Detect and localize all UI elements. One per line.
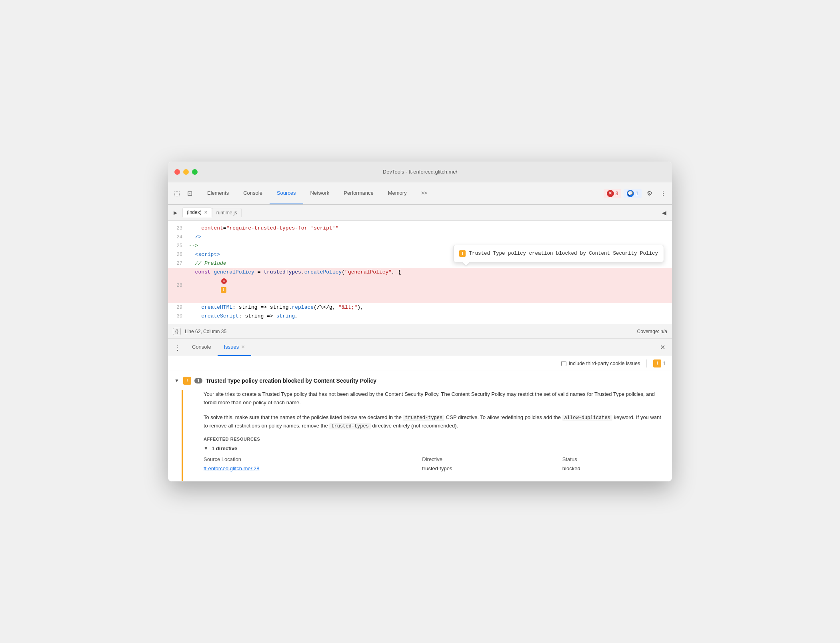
source-tab-index[interactable]: (index) ✕ [182, 208, 212, 218]
close-issues-tab[interactable]: ✕ [241, 344, 245, 349]
settings-button[interactable]: ⚙ [644, 188, 655, 199]
affected-resources-label: AFFECTED RESOURCES [204, 437, 666, 441]
main-tabbar: ⬚ ⊡ Elements Console Sources Network Per… [168, 182, 672, 205]
devtools-window: DevTools - tt-enforced.glitch.me/ ⬚ ⊡ El… [168, 162, 672, 481]
info-icon: 💬 [627, 190, 634, 197]
issue-title: Trusted Type policy creation blocked by … [206, 377, 376, 384]
error-count-button[interactable]: ✕ 3 [604, 189, 622, 198]
resource-table-row: tt-enforced.glitch.me/:28 trusted-types … [204, 464, 666, 473]
directive-title: 1 directive [212, 445, 237, 451]
issue-tooltip: ! Trusted Type policy creation blocked b… [453, 245, 664, 262]
tab-sources[interactable]: Sources [270, 182, 303, 204]
directive-cell: trusted-types [422, 464, 562, 473]
resource-table-head: Source Location Directive Status [204, 455, 666, 464]
bottom-tab-console[interactable]: Console [186, 339, 218, 356]
bottom-tab-issues[interactable]: Issues ✕ [218, 339, 252, 356]
warn-indicator: ! [221, 287, 226, 293]
source-tab-runtime[interactable]: runtime.js [212, 208, 242, 217]
issue-chevron: ▼ [174, 378, 180, 383]
directive-header[interactable]: ▼ 1 directive [204, 445, 666, 451]
bottom-tabbar: ⋮ Console Issues ✕ ✕ [168, 339, 672, 356]
issue-body: Your site tries to create a Trusted Type… [182, 390, 672, 481]
collapse-source-button[interactable]: ◀ [659, 208, 669, 218]
tooltip-warn-icon: ! [459, 250, 466, 257]
resource-table: Source Location Directive Status tt-enfo… [204, 455, 666, 473]
more-options-button[interactable]: ⋮ [658, 188, 669, 199]
source-panel: ▶ (index) ✕ runtime.js ◀ 23 content="req… [168, 205, 672, 339]
device-toggle-button[interactable]: ⊡ [184, 188, 195, 199]
affected-resources: AFFECTED RESOURCES ▼ 1 directive Source … [204, 437, 666, 473]
issues-warn-count: ! 1 [653, 359, 666, 367]
bottom-panel: ⋮ Console Issues ✕ ✕ Include third-party… [168, 339, 672, 481]
issue-item-trusted-type: ▼ ! 1 Trusted Type policy creation block… [168, 371, 672, 481]
issues-list: ▼ ! 1 Trusted Type policy creation block… [168, 371, 672, 481]
cursor-position: Line 62, Column 35 [185, 329, 226, 334]
issues-warn-icon: ! [653, 359, 661, 367]
tab-elements[interactable]: Elements [200, 182, 236, 204]
main-tabs: Elements Console Sources Network Perform… [200, 182, 604, 204]
source-location-link[interactable]: tt-enforced.glitch.me/:28 [204, 465, 259, 471]
tab-memory[interactable]: Memory [381, 182, 414, 204]
code-line-28: 28 const generalPolicy = trustedTypes.cr… [168, 268, 672, 303]
status-cell: blocked [562, 464, 666, 473]
pretty-print-button[interactable]: {} [173, 328, 181, 335]
code-line-29: 29 createHTML: string => string.replace(… [168, 303, 672, 312]
tab-performance[interactable]: Performance [336, 182, 380, 204]
info-count-button[interactable]: 💬 1 [624, 189, 642, 198]
issues-toolbar: Include third-party cookie issues ! 1 [168, 356, 672, 371]
toolbar-divider [646, 359, 647, 367]
issue-header[interactable]: ▼ ! 1 Trusted Type policy creation block… [168, 371, 672, 390]
source-file-tabs: ▶ (index) ✕ runtime.js ◀ [168, 205, 672, 221]
code-line-24: 24 /> [168, 233, 672, 242]
bottom-more-button[interactable]: ⋮ [173, 343, 182, 352]
titlebar: DevTools - tt-enforced.glitch.me/ [168, 162, 672, 182]
issue-description-1: Your site tries to create a Trusted Type… [204, 390, 666, 407]
tab-console[interactable]: Console [236, 182, 270, 204]
col-header-directive: Directive [422, 455, 562, 464]
maximize-button[interactable] [192, 169, 198, 175]
tooltip-content: ! Trusted Type policy creation blocked b… [453, 245, 664, 262]
third-party-checkbox-label[interactable]: Include third-party cookie issues [561, 361, 640, 366]
source-location-cell: tt-enforced.glitch.me/:28 [204, 464, 422, 473]
issue-description-2: To solve this, make sure that the names … [204, 413, 666, 430]
close-bottom-panel-button[interactable]: ✕ [658, 343, 667, 352]
resource-table-header-row: Source Location Directive Status [204, 455, 666, 464]
col-header-source: Source Location [204, 455, 422, 464]
directive-chevron: ▼ [204, 445, 209, 451]
window-title: DevTools - tt-enforced.glitch.me/ [383, 169, 457, 175]
code-editor[interactable]: 23 content="require-trusted-types-for 's… [168, 221, 672, 324]
window-controls [174, 169, 198, 175]
coverage-status: Coverage: n/a [637, 329, 667, 334]
file-tree-toggle[interactable]: ▶ [171, 209, 179, 217]
issue-count-badge: 1 [194, 378, 202, 383]
tabbar-tools: ⬚ ⊡ [171, 182, 195, 204]
tabbar-actions: ✕ 3 💬 1 ⚙ ⋮ [604, 182, 669, 204]
close-index-tab[interactable]: ✕ [204, 210, 208, 215]
issue-warn-icon: ! [183, 377, 191, 385]
resource-table-body: tt-enforced.glitch.me/:28 trusted-types … [204, 464, 666, 473]
code-line-30: 30 createScript: string => string, [168, 312, 672, 321]
minimize-button[interactable] [183, 169, 189, 175]
source-statusbar: {} Line 62, Column 35 Coverage: n/a [168, 324, 672, 338]
tab-network[interactable]: Network [303, 182, 337, 204]
col-header-status: Status [562, 455, 666, 464]
code-line-23: 23 content="require-trusted-types-for 's… [168, 224, 672, 233]
error-indicator: ✕ [221, 278, 227, 284]
third-party-checkbox[interactable] [561, 361, 566, 366]
cursor-tool-button[interactable]: ⬚ [171, 188, 182, 199]
close-button[interactable] [174, 169, 180, 175]
error-icon: ✕ [607, 190, 614, 197]
tab-more[interactable]: >> [414, 182, 434, 204]
